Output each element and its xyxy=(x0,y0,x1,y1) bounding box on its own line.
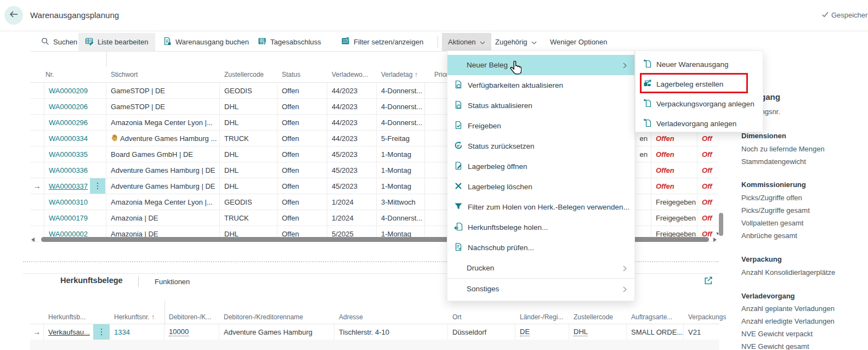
cell-keyword[interactable]: Amazonia | DE xyxy=(106,210,220,225)
open-in-new-icon[interactable] xyxy=(704,276,713,287)
row-select-cell[interactable] xyxy=(30,146,44,162)
cell-right-c[interactable]: Off xyxy=(697,210,718,225)
factbox-item[interactable]: Vollpaletten gesamt xyxy=(741,219,803,227)
source-doc-no-link[interactable]: 1334 xyxy=(114,328,130,336)
cell-keyword[interactable]: Amazonia Mega Center Lyon |... xyxy=(106,194,220,210)
cell-keyword[interactable]: Adventure Games Hamburg | DE xyxy=(106,162,220,178)
cell-carrier[interactable]: TRUCK xyxy=(220,131,277,146)
header-nr[interactable]: Nr. xyxy=(41,67,54,82)
row-context-menu-icon[interactable] xyxy=(93,324,110,340)
cell-carrier[interactable]: DHL xyxy=(220,178,277,194)
cell-ship-week[interactable]: 44/2023 xyxy=(327,115,377,130)
menu-item-drucken[interactable]: Drucken xyxy=(447,258,634,278)
factbox-item[interactable]: Picks/Zugriffe gesamt xyxy=(741,206,810,214)
header-carrier[interactable]: Zustellercode xyxy=(569,313,613,321)
row-context-menu-icon[interactable] xyxy=(90,178,105,194)
cell-packing[interactable]: V21 xyxy=(684,324,719,340)
cell-keyword[interactable]: Board Games GmbH | DE xyxy=(106,146,220,162)
cell-right-b[interactable]: Freigegeben xyxy=(651,194,697,210)
cell-status[interactable]: Offen xyxy=(277,146,327,162)
cell-carrier[interactable]: TRUCK xyxy=(220,210,277,225)
header-account-no[interactable]: Debitoren-/K... xyxy=(164,313,211,321)
cell-ship-week[interactable]: 44/2023 xyxy=(327,131,377,146)
shipment-no-link[interactable]: WA0000296 xyxy=(49,118,88,127)
edit-list-button[interactable]: Liste bearbeiten xyxy=(78,33,155,51)
cell-account-name[interactable]: Adventure Games Hamburg xyxy=(219,324,334,340)
header-keyword[interactable]: Stichwort xyxy=(106,67,138,82)
factbox-item[interactable]: Anzahl geplante Verladungen xyxy=(741,304,835,313)
cell-ship-week[interactable]: 44/2023 xyxy=(327,99,377,114)
cell-carrier[interactable]: DHL xyxy=(220,99,277,114)
post-shipment-button[interactable]: Warenausgang buchen xyxy=(163,33,249,51)
factbox-item[interactable]: Noch zu liefernde Mengen xyxy=(741,145,825,153)
factbox-item[interactable]: NVE Gewicht gesamt xyxy=(741,342,809,350)
cell-ship-day[interactable]: 5-Freitag xyxy=(377,131,425,146)
cell-right-b[interactable]: Offen xyxy=(651,162,697,178)
cell-status[interactable]: Offen xyxy=(277,131,327,146)
cell-ship-week[interactable]: 45/2023 xyxy=(327,162,377,178)
header-account-name[interactable]: Debitoren-/Kreditorenname xyxy=(219,313,303,321)
cell-ship-week[interactable]: 44/2023 xyxy=(327,83,377,98)
menu-item-status-zuruecksetzen[interactable]: Status zurücksetzen xyxy=(447,136,634,156)
menu-item-lagerbeleg-oeffnen[interactable]: Lagerbeleg öffnen xyxy=(447,156,634,177)
cell-ship-day[interactable]: 4-Donnerst... xyxy=(377,115,425,130)
cell-keyword[interactable]: Amazonia Mega Center Lyon |... xyxy=(106,115,220,130)
cell-ship-week[interactable]: 45/2023 xyxy=(327,146,377,162)
cell-right-c[interactable]: Off xyxy=(697,146,718,162)
cell-ship-week[interactable]: 1/2024 xyxy=(327,210,377,225)
carrier-lookup[interactable]: DHL xyxy=(574,328,588,336)
menu-item-verfuegbarkeiten-aktualisieren[interactable]: Verfügbarkeiten aktualisieren xyxy=(447,75,634,95)
header-status[interactable]: Status xyxy=(277,67,300,82)
row-select-cell[interactable] xyxy=(30,162,44,178)
row-select-cell[interactable] xyxy=(30,99,44,114)
cell-dropdown-icon[interactable] xyxy=(716,233,718,235)
cell-carrier[interactable]: DHL xyxy=(220,162,277,178)
header-packing[interactable]: Verpackungs xyxy=(684,313,726,321)
shipment-no-link[interactable]: WA0000206 xyxy=(49,103,88,111)
menu-item-neuer-beleg[interactable]: Neuer Beleg xyxy=(447,55,634,75)
cell-ship-day[interactable]: 1-Montag xyxy=(377,146,425,162)
shipment-no-link[interactable]: WA0000179 xyxy=(49,214,88,222)
row-select-cell[interactable] xyxy=(30,210,44,225)
fewer-options-button[interactable]: Weniger Optionen xyxy=(550,33,608,51)
factbox-item[interactable]: NVE Gewicht verpackt xyxy=(741,330,813,338)
cell-right-b[interactable]: Offen xyxy=(651,178,697,194)
shipment-no-link[interactable]: WA0000336 xyxy=(49,166,88,174)
shipment-no-link[interactable]: WA0000209 xyxy=(49,87,88,95)
cell-right-c[interactable]: Off xyxy=(697,194,718,210)
shipment-no-link[interactable]: WA0000335 xyxy=(49,150,88,159)
table-row-selected[interactable]: → Verkaufsau... 1334 10000 Adventure Gam… xyxy=(30,324,719,340)
country-lookup[interactable]: DE xyxy=(520,328,530,336)
menu-item-nachschub-pruefen[interactable]: Nachschub prüfen... xyxy=(447,238,634,258)
cell-ship-day[interactable]: 3-Mittwoch xyxy=(377,194,425,210)
cell-address[interactable]: Tischlerstr. 4-10 xyxy=(334,324,448,340)
cell-ship-day[interactable]: 4-Donnerst... xyxy=(377,83,425,98)
factbox-item[interactable]: Anzahl erledigte Verladungen xyxy=(741,317,835,325)
cell-ship-day[interactable]: 1-Montag xyxy=(377,178,425,194)
header-ship-day[interactable]: Verladetag ↑ xyxy=(377,67,418,82)
cell-status[interactable]: Offen xyxy=(277,178,327,194)
cell-carrier[interactable]: DHL xyxy=(220,115,277,130)
cell-carrier[interactable]: DHL xyxy=(220,146,277,162)
filter-toggle-button[interactable]: Filter setzen/anzeigen xyxy=(341,33,423,51)
day-close-button[interactable]: Tagesabschluss xyxy=(258,33,321,51)
header-carrier[interactable]: Zustellercode xyxy=(220,67,264,82)
menu-item-herkunftsbelege-holen[interactable]: Herkunftsbelege holen... xyxy=(447,217,634,238)
submenu-item-neuer-warenausgang[interactable]: Neuer Warenausgang xyxy=(636,54,763,74)
scroll-right-icon[interactable] xyxy=(713,238,717,242)
cell-ship-week[interactable]: 45/2023 xyxy=(327,178,377,194)
cell-right-b[interactable]: Offen xyxy=(651,146,697,162)
factbox-item[interactable]: Picks/Zugriffe offen xyxy=(741,194,802,202)
shipment-no-link[interactable]: WA0000334 xyxy=(49,134,88,143)
menu-item-sonstiges[interactable]: Sonstiges xyxy=(447,279,634,299)
row-select-cell[interactable] xyxy=(30,194,44,210)
cell-right-c[interactable]: Off xyxy=(697,162,718,178)
cell-city[interactable]: Düsseldorf xyxy=(448,324,515,340)
back-button[interactable] xyxy=(4,6,23,25)
row-select-cell[interactable] xyxy=(30,83,44,98)
cell-keyword[interactable]: Adventure Games Hamburg | DE xyxy=(106,178,220,194)
menu-item-freigeben[interactable]: Freigeben xyxy=(447,116,634,136)
shipment-no-link[interactable]: WA0000337 xyxy=(49,182,88,190)
cell-status[interactable]: Offen xyxy=(277,194,327,210)
cell-right-b[interactable]: Freigegeben xyxy=(651,210,697,225)
